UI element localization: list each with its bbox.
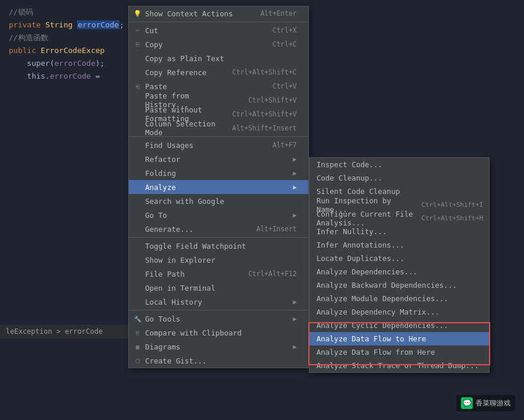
menu-diagrams[interactable]: ▦ Diagrams ▶	[129, 340, 308, 354]
submenu-analyze-stack-trace[interactable]: Analyze Stack Trace or Thread Dump...	[310, 359, 489, 372]
submenu-configure-analysis[interactable]: Configure Current File Analysis... Ctrl+…	[310, 211, 489, 225]
menu-refactor[interactable]: Refactor ▶	[129, 152, 308, 166]
code-comment-1: //锁码	[9, 8, 33, 16]
refactor-arrow-icon: ▶	[293, 156, 297, 163]
go-tools-icon: 🔧	[132, 316, 143, 322]
submenu-analyze-backward-dependencies[interactable]: Analyze Backward Dependencies...	[310, 278, 489, 292]
menu-open-terminal[interactable]: Open in Terminal	[129, 281, 308, 295]
wechat-icon: 💬	[461, 397, 473, 409]
menu-separator-4	[129, 310, 308, 310]
history-arrow-icon: ▶	[293, 298, 297, 306]
submenu-infer-annotations[interactable]: Infer Annotations...	[310, 238, 489, 252]
breadcrumb-text: leException > errorCode	[6, 327, 103, 336]
analyze-submenu: Inspect Code... Code Cleanup... Silent C…	[309, 157, 490, 373]
menu-file-path[interactable]: File Path Ctrl+Alt+F12	[129, 267, 308, 281]
menu-goto[interactable]: Go To ▶	[129, 208, 308, 222]
folding-arrow-icon: ▶	[293, 170, 297, 177]
menu-search-google[interactable]: Search with Google	[129, 194, 308, 208]
menu-cut[interactable]: ✂ Cut Ctrl+X	[129, 23, 308, 37]
submenu-inspect-code[interactable]: Inspect Code...	[310, 158, 489, 171]
watermark-text: 香菜聊游戏	[476, 398, 511, 408]
menu-analyze[interactable]: Analyze ▶	[129, 180, 308, 194]
context-menu: 💡 Show Context Actions Alt+Enter ✂ Cut C…	[128, 6, 309, 368]
menu-separator	[129, 22, 308, 22]
menu-show-explorer[interactable]: Show in Explorer	[129, 253, 308, 267]
compare-icon: ⎘	[132, 330, 143, 336]
menu-local-history[interactable]: Local History ▶	[129, 295, 308, 309]
menu-go-tools[interactable]: 🔧 Go Tools ▶	[129, 312, 308, 326]
gist-icon: ⬡	[132, 358, 143, 364]
menu-folding[interactable]: Folding ▶	[129, 166, 308, 180]
menu-separator-3	[129, 237, 308, 238]
paste-icon: ⎗	[132, 83, 143, 90]
menu-compare-clipboard[interactable]: ⎘ Compare with Clipboard	[129, 326, 308, 340]
menu-copy-plain[interactable]: Copy as Plain Text	[129, 51, 308, 65]
submenu-analyze-data-flow-from-here[interactable]: Analyze Data Flow from Here	[310, 345, 489, 359]
watermark: 💬 香菜聊游戏	[456, 395, 515, 411]
goto-arrow-icon: ▶	[293, 211, 297, 219]
context-actions-icon: 💡	[132, 10, 143, 17]
diagrams-icon: ▦	[132, 344, 143, 350]
submenu-code-cleanup[interactable]: Code Cleanup...	[310, 171, 489, 185]
menu-toggle-watchpoint[interactable]: Toggle Field Watchpoint	[129, 239, 308, 253]
analyze-arrow-icon: ▶	[293, 183, 297, 191]
submenu-analyze-data-flow-to-here[interactable]: Analyze Data Flow to Here	[310, 332, 489, 345]
go-tools-arrow-icon: ▶	[293, 315, 297, 323]
menu-generate[interactable]: Generate... Alt+Insert	[129, 222, 308, 236]
menu-column-select[interactable]: Column Selection Mode Alt+Shift+Insert	[129, 121, 308, 135]
submenu-analyze-module-dependencies[interactable]: Analyze Module Dependencies...	[310, 292, 489, 305]
menu-copy[interactable]: ⎘ Copy Ctrl+C	[129, 37, 308, 51]
copy-icon: ⎘	[132, 41, 143, 48]
menu-copy-reference[interactable]: Copy Reference Ctrl+Alt+Shift+C	[129, 65, 308, 79]
menu-find-usages[interactable]: Find Usages Alt+F7	[129, 138, 308, 152]
submenu-analyze-dependencies[interactable]: Analyze Dependencies...	[310, 265, 489, 278]
menu-show-context-actions[interactable]: 💡 Show Context Actions Alt+Enter	[129, 6, 308, 20]
cut-icon: ✂	[132, 27, 143, 34]
menu-create-gist[interactable]: ⬡ Create Gist...	[129, 354, 308, 368]
submenu-analyze-dependency-matrix[interactable]: Analyze Dependency Matrix...	[310, 305, 489, 319]
submenu-locate-duplicates[interactable]: Locate Duplicates...	[310, 252, 489, 265]
diagrams-arrow-icon: ▶	[293, 343, 297, 351]
breadcrumb: leException > errorCode	[0, 324, 128, 338]
submenu-analyze-cyclic-dependencies[interactable]: Analyze Cyclic Dependencies...	[310, 319, 489, 332]
